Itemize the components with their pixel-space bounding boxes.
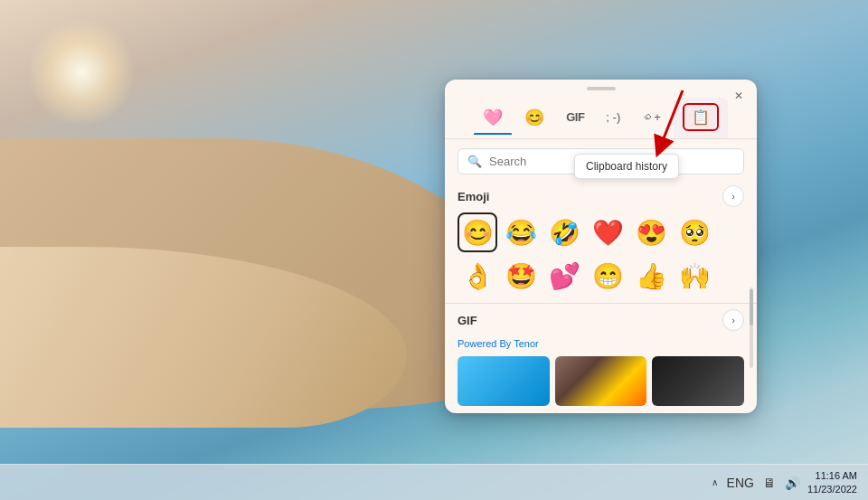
- emoji-item[interactable]: ❤️: [588, 212, 627, 252]
- emoji-section-header: Emoji ›: [445, 182, 757, 212]
- svg-line-1: [660, 90, 683, 147]
- emoji-grid: 😊 😂 🤣 ❤️ 😍 🥺 👌 🤩 💕 😁 👍 🙌: [445, 212, 757, 303]
- emoji-item[interactable]: 😍: [631, 212, 671, 252]
- tab-emoji-recent[interactable]: 🩷: [474, 102, 512, 135]
- taskbar-clock[interactable]: 11:16 AM 11/23/2022: [807, 469, 857, 495]
- kaomoji-icon: ; -): [606, 110, 620, 124]
- heart-icon: 🩷: [483, 108, 503, 127]
- emoji-item[interactable]: 😊: [458, 212, 497, 252]
- tab-emoji[interactable]: 😊: [515, 102, 553, 135]
- gif-thumbnail-3[interactable]: [652, 356, 744, 406]
- monitor-icon[interactable]: 🖥: [763, 476, 776, 490]
- drag-handle: [587, 87, 616, 90]
- taskbar: ∧ ENG 🖥 🔊 11:16 AM 11/23/2022: [0, 464, 868, 500]
- powered-by-tenor[interactable]: Powered By Tenor: [458, 338, 539, 349]
- language-indicator[interactable]: ENG: [727, 476, 754, 490]
- emoji-section-label: Emoji: [458, 190, 489, 203]
- emoji-item[interactable]: 👌: [458, 256, 497, 296]
- speaker-icon[interactable]: 🔊: [785, 476, 800, 490]
- gif-icon: GIF: [566, 110, 584, 124]
- red-arrow-indicator: [646, 86, 701, 158]
- emoji-item[interactable]: 😂: [501, 212, 541, 252]
- emoji-item[interactable]: 🤣: [544, 212, 584, 252]
- sun-glow: [27, 18, 136, 127]
- taskbar-system-tray: ∧ ENG 🖥 🔊: [712, 476, 800, 490]
- scrollbar[interactable]: [750, 288, 753, 368]
- panel-titlebar: ✕: [445, 80, 757, 94]
- emoji-item[interactable]: 🤩: [501, 256, 541, 296]
- emoji-item[interactable]: 😁: [588, 256, 627, 296]
- smile-icon: 😊: [524, 108, 544, 127]
- emoji-item[interactable]: 👍: [631, 256, 671, 296]
- emoji-item[interactable]: 🥺: [675, 212, 714, 252]
- emoji-picker-panel: ✕ 🩷 😊 GIF ; -) ꩜+ 📋 🔍 Emoji ›: [445, 80, 757, 413]
- gif-thumbnail-2[interactable]: [555, 356, 647, 406]
- emoji-section-expand[interactable]: ›: [722, 185, 744, 207]
- clock-time: 11:16 AM: [816, 469, 857, 482]
- gif-section-expand[interactable]: ›: [722, 309, 744, 331]
- gif-section-label: GIF: [458, 314, 477, 327]
- tab-kaomoji[interactable]: ; -): [597, 105, 629, 131]
- gif-thumbnails: [458, 356, 744, 406]
- clock-date: 11/23/2022: [807, 483, 857, 495]
- search-icon: 🔍: [467, 155, 482, 168]
- tab-bar: 🩷 😊 GIF ; -) ꩜+ 📋: [445, 94, 757, 139]
- tab-gif[interactable]: GIF: [557, 105, 593, 131]
- gif-section: GIF › Powered By Tenor: [445, 303, 757, 413]
- emoji-item[interactable]: 💕: [544, 256, 584, 296]
- scrollbar-thumb[interactable]: [750, 289, 753, 325]
- close-button[interactable]: ✕: [730, 87, 748, 105]
- gif-thumbnail-1[interactable]: [458, 356, 550, 406]
- system-tray-expand[interactable]: ∧: [712, 477, 718, 487]
- emoji-item[interactable]: 🙌: [675, 256, 714, 296]
- gif-section-header: GIF ›: [458, 309, 744, 331]
- close-icon: ✕: [734, 90, 743, 102]
- tooltip-text: Clipboard history: [586, 160, 667, 173]
